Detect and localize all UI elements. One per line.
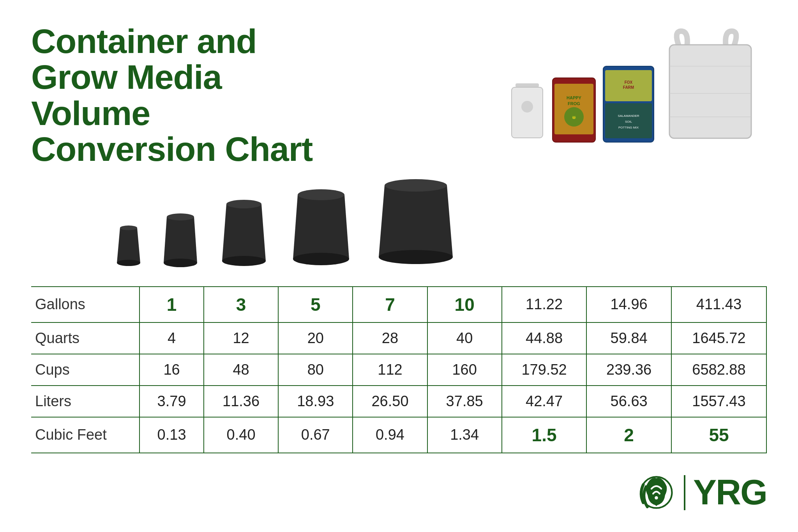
title-block: Container and Grow Media Volume Conversi…	[31, 23, 323, 167]
svg-text:🐸: 🐸	[572, 115, 576, 119]
pot-1gal	[109, 224, 148, 271]
title-line2: Volume Conversion Chart	[31, 94, 312, 168]
cf-2: 2	[586, 417, 671, 453]
bulk-bag-svg	[662, 23, 759, 144]
gallons-3: 3	[204, 287, 278, 322]
cf-55: 55	[671, 417, 766, 453]
quarts-40: 40	[427, 322, 502, 354]
cf-15: 1.5	[502, 417, 587, 453]
svg-text:POTTING MIX: POTTING MIX	[618, 126, 639, 129]
foxfarm-bag: FOX FARM SALAMANDER SOIL POTTING MIX	[601, 62, 656, 146]
cups-160: 160	[427, 354, 502, 386]
liters-4247: 42.47	[502, 386, 587, 417]
label-cubic-feet: Cubic Feet	[31, 417, 139, 453]
cups-row: Cups 16 48 80 112 160 179.52 239.36 6582…	[31, 354, 766, 386]
svg-rect-19	[669, 45, 751, 138]
cf-094: 0.94	[353, 417, 427, 453]
gallons-41143: 411.43	[671, 287, 766, 322]
liters-row: Liters 3.79 11.36 18.93 26.50 37.85 42.4…	[31, 386, 766, 417]
pot-10gal	[367, 179, 464, 271]
svg-point-30	[293, 253, 349, 265]
pot-3gal	[155, 212, 206, 271]
svg-rect-0	[516, 83, 539, 87]
cups-48: 48	[204, 354, 278, 386]
yrg-logo-icon	[637, 473, 676, 512]
pot-5gal	[213, 199, 275, 271]
label-gallons: Gallons	[31, 287, 139, 322]
liters-1893: 18.93	[278, 386, 353, 417]
svg-text:FARM: FARM	[623, 85, 634, 90]
cups-80: 80	[278, 354, 353, 386]
label-cups: Cups	[31, 354, 139, 386]
pot-1gal-svg	[109, 224, 148, 271]
cups-658288: 6582.88	[671, 354, 766, 386]
main-title: Container and Grow Media Volume Conversi…	[31, 23, 323, 167]
pot-5gal-svg	[213, 199, 275, 271]
page-container: Container and Grow Media Volume Conversi…	[0, 0, 798, 532]
pots-row	[31, 179, 767, 271]
pot-7gal-svg	[282, 189, 360, 271]
gallons-1: 1	[139, 287, 204, 322]
svg-point-34	[655, 496, 658, 499]
svg-point-2	[521, 101, 533, 113]
quarts-28: 28	[353, 322, 427, 354]
gallons-1122: 11.22	[502, 287, 587, 322]
cf-040: 0.40	[204, 417, 278, 453]
happy-frog-svg: HAPPY FROG 🐸	[551, 72, 597, 144]
liters-379: 3.79	[139, 386, 204, 417]
svg-point-28	[222, 256, 266, 266]
svg-point-26	[164, 259, 197, 267]
liters-155743: 1557.43	[671, 386, 766, 417]
gallons-7: 7	[353, 287, 427, 322]
svg-text:SOIL: SOIL	[625, 120, 632, 123]
cf-134: 1.34	[427, 417, 502, 453]
foxfarm-svg: FOX FARM SALAMANDER SOIL POTTING MIX	[601, 62, 656, 144]
title-line1: Container and Grow Media	[31, 22, 257, 96]
gallons-row: Gallons 1 3 5 7 10 11.22 14.96 411.43	[31, 287, 766, 322]
liters-1136: 11.36	[204, 386, 278, 417]
bulk-bag	[662, 23, 759, 146]
pot-7gal	[282, 189, 360, 271]
pot-10gal-svg	[367, 179, 464, 271]
gallons-5: 5	[278, 287, 353, 322]
logo-area: YRG	[637, 472, 767, 513]
quarts-4488: 44.88	[502, 322, 587, 354]
conversion-table: Gallons 1 3 5 7 10 11.22 14.96 411.43 Qu…	[31, 286, 767, 453]
logo-text: YRG	[693, 472, 767, 513]
svg-point-24	[117, 260, 140, 266]
svg-point-27	[226, 200, 261, 208]
cups-16: 16	[139, 354, 204, 386]
quarts-row: Quarts 4 12 20 28 40 44.88 59.84 1645.72	[31, 322, 766, 354]
gallons-10: 10	[427, 287, 502, 322]
cups-17952: 179.52	[502, 354, 587, 386]
quarts-12: 12	[204, 322, 278, 354]
quarts-164572: 1645.72	[671, 322, 766, 354]
label-quarts: Quarts	[31, 322, 139, 354]
liters-3785: 37.85	[427, 386, 502, 417]
cf-013: 0.13	[139, 417, 204, 453]
svg-text:SALAMANDER: SALAMANDER	[618, 114, 639, 118]
svg-point-31	[385, 179, 447, 192]
svg-text:FROG: FROG	[568, 101, 580, 106]
liters-2650: 26.50	[353, 386, 427, 417]
cups-23936: 239.36	[586, 354, 671, 386]
quarts-5984: 59.84	[586, 322, 671, 354]
cubic-feet-row: Cubic Feet 0.13 0.40 0.67 0.94 1.34 1.5 …	[31, 417, 766, 453]
svg-point-23	[120, 225, 137, 230]
cups-112: 112	[353, 354, 427, 386]
svg-point-32	[379, 250, 453, 264]
logo-divider	[684, 475, 685, 510]
label-liters: Liters	[31, 386, 139, 417]
product-images-area: HAPPY FROG 🐸 FOX FARM SALAMANDER SOIL	[508, 23, 759, 146]
cf-067: 0.67	[278, 417, 353, 453]
svg-point-25	[167, 213, 194, 220]
liters-5663: 56.63	[586, 386, 671, 417]
quarts-20: 20	[278, 322, 353, 354]
svg-point-29	[298, 189, 344, 200]
pot-3gal-svg	[155, 212, 206, 271]
gallons-1496: 14.96	[586, 287, 671, 322]
svg-text:FOX: FOX	[625, 80, 633, 85]
happy-frog-bag: HAPPY FROG 🐸	[551, 72, 597, 146]
quarts-4: 4	[139, 322, 204, 354]
top-section: Container and Grow Media Volume Conversi…	[31, 23, 767, 167]
